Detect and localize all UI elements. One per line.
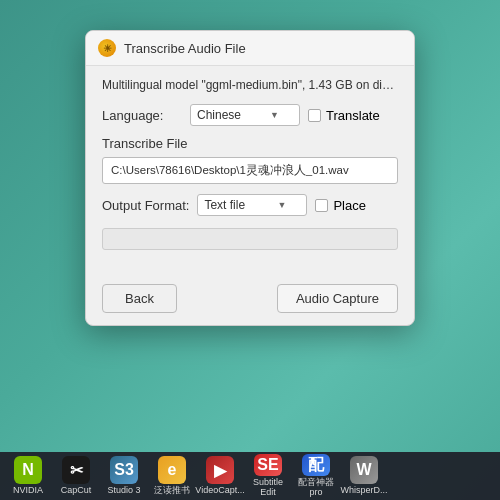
place-checkbox-row: Place <box>315 198 366 213</box>
taskbar-icon-subtitle[interactable]: SESubtitle Edit <box>246 454 290 498</box>
place-label: Place <box>333 198 366 213</box>
dialog-title-icon: ☀ <box>98 39 116 57</box>
ebook-icon: e <box>158 456 186 484</box>
ebook-label: 泛读推书 <box>154 486 190 496</box>
nvidia-icon: N <box>14 456 42 484</box>
language-label: Language: <box>102 108 182 123</box>
translate-checkbox[interactable] <box>308 109 321 122</box>
language-row: Language: Chinese ▼ Translate <box>102 104 398 126</box>
videocapt-icon: ▶ <box>206 456 234 484</box>
whisper-icon: W <box>350 456 378 484</box>
dialog-title-text: Transcribe Audio File <box>124 41 246 56</box>
back-button[interactable]: Back <box>102 284 177 313</box>
dialog-footer: Back Audio Capture <box>86 276 414 325</box>
file-path-display: C:\Users\78616\Desktop\1灵魂冲浪人_01.wav <box>102 157 398 184</box>
videocapt-label: VideoCapt... <box>195 486 244 496</box>
output-format-value: Text file <box>204 198 245 212</box>
taskbar-icon-studio[interactable]: S3Studio 3 <box>102 454 146 498</box>
transcribe-dialog: ☀ Transcribe Audio File Multilingual mod… <box>85 30 415 326</box>
peiyin-icon: 配 <box>302 454 330 476</box>
translate-label: Translate <box>326 108 380 123</box>
taskbar: NNVIDIA✂CapCutS3Studio 3e泛读推书▶VideoCapt.… <box>0 452 500 500</box>
translate-checkbox-row: Translate <box>308 108 380 123</box>
place-checkbox[interactable] <box>315 199 328 212</box>
studio-icon: S3 <box>110 456 138 484</box>
output-format-arrow: ▼ <box>278 200 287 210</box>
subtitle-icon: SE <box>254 454 282 476</box>
taskbar-icon-videocapt[interactable]: ▶VideoCapt... <box>198 454 242 498</box>
taskbar-icon-whisper[interactable]: WWhisperD... <box>342 454 386 498</box>
peiyin-label: 配音神器pro <box>294 478 338 498</box>
dialog-titlebar: ☀ Transcribe Audio File <box>86 31 414 66</box>
taskbar-icon-nvidia[interactable]: NNVIDIA <box>6 454 50 498</box>
modal-overlay: ☀ Transcribe Audio File Multilingual mod… <box>0 0 500 500</box>
transcribe-section-label: Transcribe File <box>102 136 398 151</box>
taskbar-icon-ebook[interactable]: e泛读推书 <box>150 454 194 498</box>
output-format-label: Output Format: <box>102 198 189 213</box>
output-format-select[interactable]: Text file ▼ <box>197 194 307 216</box>
capcut-icon: ✂ <box>62 456 90 484</box>
model-info-text: Multilingual model "ggml-medium.bin", 1.… <box>102 78 398 92</box>
whisper-label: WhisperD... <box>341 486 388 496</box>
language-select[interactable]: Chinese ▼ <box>190 104 300 126</box>
output-format-row: Output Format: Text file ▼ Place <box>102 194 398 216</box>
taskbar-icon-peiyin[interactable]: 配配音神器pro <box>294 454 338 498</box>
desktop: ☀ Transcribe Audio File Multilingual mod… <box>0 0 500 500</box>
capcut-label: CapCut <box>61 486 92 496</box>
subtitle-label: Subtitle Edit <box>246 478 290 498</box>
dialog-body: Multilingual model "ggml-medium.bin", 1.… <box>86 66 414 276</box>
nvidia-label: NVIDIA <box>13 486 43 496</box>
progress-bar-area <box>102 228 398 250</box>
audio-capture-button[interactable]: Audio Capture <box>277 284 398 313</box>
taskbar-icon-capcut[interactable]: ✂CapCut <box>54 454 98 498</box>
language-dropdown-arrow: ▼ <box>270 110 279 120</box>
studio-label: Studio 3 <box>107 486 140 496</box>
language-value: Chinese <box>197 108 241 122</box>
